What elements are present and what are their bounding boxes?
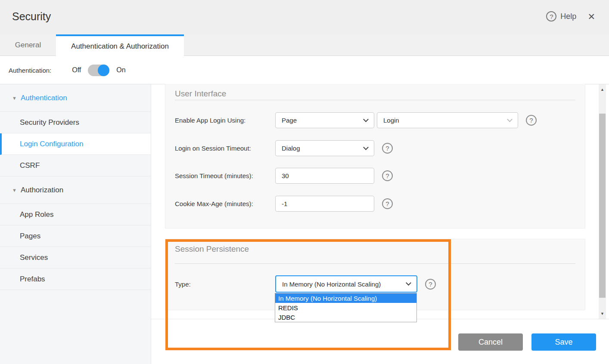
dropdown-option-redis[interactable]: REDIS <box>275 303 416 312</box>
field-label: Cookie Max-Age (minutes): <box>175 200 275 207</box>
section-title: Session Persistence <box>175 244 249 254</box>
help-icon[interactable]: ? <box>526 115 537 126</box>
authentication-label: Authentication: <box>9 67 51 74</box>
type-select-dropdown: In Memory (No Horizontal Scaling) REDIS … <box>275 293 417 322</box>
toggle-on-label: On <box>116 66 125 74</box>
sidebar-item-label: CSRF <box>20 161 40 170</box>
session-timeout-input[interactable] <box>275 168 374 184</box>
sidebar-item-label: App Roles <box>20 210 53 219</box>
sidebar-item-pages[interactable]: Pages <box>0 225 151 247</box>
sidebar-item-label: Login Configuration <box>20 140 83 148</box>
tab-general[interactable]: General <box>0 34 56 56</box>
field-row-cookie-max-age: Cookie Max-Age (minutes): ? <box>175 196 393 212</box>
field-label: Login on Session Timeout: <box>175 145 275 152</box>
sidebar-group-label: Authentication <box>21 94 67 102</box>
cancel-button[interactable]: Cancel <box>458 333 523 351</box>
field-row-login-on-session-timeout: Login on Session Timeout: Dialog ? <box>175 140 393 156</box>
sidebar: ▼ Authentication Security Providers Logi… <box>0 84 151 364</box>
field-label: Type: <box>175 281 275 288</box>
sidebar-item-csrf[interactable]: CSRF <box>0 155 151 176</box>
help-button[interactable]: ? Help <box>546 11 576 22</box>
sidebar-item-app-roles[interactable]: App Roles <box>0 204 151 225</box>
section-title-divider <box>175 263 575 264</box>
collapse-triangle-icon: ▼ <box>12 188 17 193</box>
scroll-up-button[interactable]: ▲ <box>599 86 606 93</box>
sidebar-item-label: Services <box>20 253 48 262</box>
session-persistence-type-select[interactable]: In Memory (No Horizontal Scaling) <box>275 275 417 293</box>
scrollbar[interactable]: ▲ ▼ <box>599 84 606 319</box>
help-icon[interactable]: ? <box>382 170 393 181</box>
field-row-type: Type: In Memory (No Horizontal Scaling) … <box>175 275 436 293</box>
page-title: Security <box>12 10 51 23</box>
login-page-select[interactable]: Login <box>377 112 518 128</box>
security-dialog: Security ? Help ✕ General Authentication… <box>0 0 609 364</box>
sidebar-item-authentication[interactable]: ▼ Authentication <box>0 84 151 112</box>
help-icon[interactable]: ? <box>382 143 393 154</box>
help-icon[interactable]: ? <box>425 279 436 290</box>
field-row-enable-app-login: Enable App Login Using: Page Login ? <box>175 112 537 128</box>
chevron-down-icon <box>363 145 369 150</box>
help-label: Help <box>560 12 576 21</box>
sidebar-item-authorization[interactable]: ▼ Authorization <box>0 176 151 204</box>
enable-app-login-select[interactable]: Page <box>275 112 374 128</box>
help-icon[interactable]: ? <box>382 198 393 209</box>
field-label: Session Timeout (minutes): <box>175 172 275 179</box>
sidebar-item-prefabs[interactable]: Prefabs <box>0 268 151 290</box>
help-icon: ? <box>546 11 556 22</box>
dropdown-option-jdbc[interactable]: JDBC <box>275 312 416 322</box>
section-title: User Interface <box>175 89 226 99</box>
field-row-session-timeout: Session Timeout (minutes): ? <box>175 168 393 184</box>
save-button[interactable]: Save <box>531 333 596 351</box>
scrollbar-thumb[interactable] <box>599 114 606 298</box>
toggle-knob <box>98 65 109 76</box>
section-title-divider <box>175 100 575 100</box>
tab-authentication-authorization[interactable]: Authentication & Authorization <box>56 34 184 56</box>
close-icon[interactable]: ✕ <box>587 12 595 21</box>
select-value: Page <box>282 117 297 124</box>
scroll-down-button[interactable]: ▼ <box>599 310 606 317</box>
sidebar-item-label: Prefabs <box>20 275 45 284</box>
authentication-toggle-row: Authentication: Off On <box>0 56 609 84</box>
cookie-max-age-input[interactable] <box>275 196 374 212</box>
sidebar-item-label: Pages <box>20 232 40 241</box>
toggle-off-label: Off <box>72 66 81 74</box>
dropdown-option-in-memory[interactable]: In Memory (No Horizontal Scaling) <box>275 293 416 303</box>
dialog-header: Security ? Help ✕ <box>0 0 609 34</box>
select-value: In Memory (No Horizontal Scaling) <box>282 281 381 288</box>
chevron-down-icon <box>363 117 369 122</box>
sidebar-item-services[interactable]: Services <box>0 247 151 268</box>
header-actions: ? Help ✕ <box>546 11 595 22</box>
sidebar-item-security-providers[interactable]: Security Providers <box>0 112 151 133</box>
sidebar-item-login-configuration[interactable]: Login Configuration <box>0 133 151 155</box>
login-on-session-timeout-select[interactable]: Dialog <box>275 140 374 156</box>
select-value: Login <box>383 117 399 124</box>
collapse-triangle-icon: ▼ <box>12 96 17 101</box>
select-value: Dialog <box>282 145 300 152</box>
sidebar-item-label: Security Providers <box>20 118 79 127</box>
authentication-toggle[interactable] <box>88 65 109 76</box>
chevron-down-icon <box>406 280 411 286</box>
field-label: Enable App Login Using: <box>175 117 275 124</box>
chevron-down-icon <box>507 117 513 122</box>
section-user-interface: User Interface Enable App Login Using: P… <box>165 84 585 228</box>
sidebar-group-label: Authorization <box>21 186 63 194</box>
